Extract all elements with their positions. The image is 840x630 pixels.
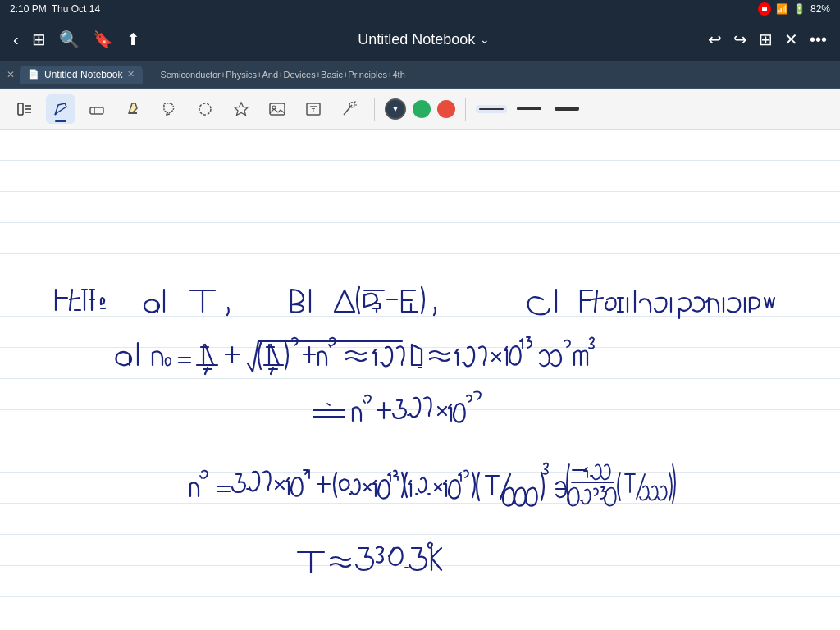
svg-line-17 — [354, 101, 356, 103]
grid-view-button[interactable]: ⊞ — [32, 30, 46, 49]
svg-rect-0 — [18, 103, 23, 115]
dropdown-chevron[interactable]: ⌄ — [480, 33, 490, 46]
tab-bar: ✕ 📄 Untitled Notebook ✕ Semiconductor+Ph… — [0, 61, 840, 89]
color-red-button[interactable] — [437, 100, 455, 118]
tab-label-2: Semiconductor+Physics+And+Devices+Basic+… — [160, 70, 404, 80]
global-close-button[interactable]: ✕ — [7, 69, 15, 80]
status-right: ⏺ 📶 🔋 82% — [758, 2, 830, 16]
status-left: 2:10 PM Thu Oct 14 — [10, 3, 100, 15]
svg-rect-8 — [270, 103, 285, 115]
highlighter-tool-button[interactable] — [118, 94, 148, 124]
star-tool-button[interactable] — [226, 94, 256, 124]
lined-paper: .hw { fill: none; stroke: #1a237e; strok… — [0, 130, 840, 630]
date: Thu Oct 14 — [52, 3, 100, 15]
bookmark-button[interactable]: 🔖 — [93, 30, 113, 49]
redo-button[interactable]: ↪ — [733, 30, 747, 49]
svg-point-6 — [199, 103, 211, 115]
pen-tool-button[interactable] — [46, 94, 75, 124]
back-button[interactable]: ‹ — [13, 30, 19, 49]
undo-button[interactable]: ↩ — [708, 30, 722, 49]
color-green-button[interactable] — [413, 100, 431, 118]
laser-pointer-button[interactable] — [335, 94, 364, 124]
shape-tool-button[interactable] — [190, 94, 220, 124]
line-medium-button[interactable] — [514, 104, 545, 113]
tab-untitled-notebook[interactable]: 📄 Untitled Notebook ✕ — [20, 66, 143, 84]
eraser-tool-button[interactable] — [82, 94, 112, 124]
image-tool-button[interactable] — [262, 94, 292, 124]
page-options-button[interactable]: ⊞ — [759, 30, 773, 49]
svg-text:T: T — [312, 107, 316, 113]
close-button[interactable]: ✕ — [784, 30, 798, 49]
time: 2:10 PM — [10, 3, 47, 15]
svg-marker-7 — [235, 103, 248, 116]
line-thin-button[interactable] — [476, 105, 507, 113]
battery-percent: 82% — [810, 3, 830, 15]
handwriting-content: .hw { fill: none; stroke: #1a237e; strok… — [0, 130, 840, 630]
color-selector[interactable]: ▼ — [385, 98, 406, 120]
nav-center: Untitled Notebook ⌄ — [358, 31, 490, 48]
search-button[interactable]: 🔍 — [59, 30, 80, 49]
svg-rect-4 — [90, 107, 103, 114]
status-bar: 2:10 PM Thu Oct 14 ⏺ 📶 🔋 82% — [0, 0, 840, 18]
tab-icon: 📄 — [28, 69, 39, 80]
nav-left: ‹ ⊞ 🔍 🔖 ⬆ — [13, 30, 140, 49]
tab-label-1: Untitled Notebook — [44, 69, 122, 80]
svg-line-13 — [344, 105, 352, 115]
more-options-button[interactable]: ••• — [810, 30, 827, 49]
record-indicator: ⏺ — [758, 2, 771, 16]
toolbar-separator-1 — [374, 98, 375, 121]
toolbar-separator-2 — [465, 98, 466, 121]
wifi-icon: 📶 — [776, 3, 788, 15]
sidebar-toggle-button[interactable] — [10, 94, 39, 124]
notebook-title: Untitled Notebook — [358, 31, 475, 48]
battery-icon: 🔋 — [793, 3, 806, 15]
nav-right: ↩ ↪ ⊞ ✕ ••• — [708, 30, 827, 49]
notebook-area[interactable]: .hw { fill: none; stroke: #1a237e; strok… — [0, 130, 840, 630]
line-thick-button[interactable] — [551, 103, 582, 114]
toolbar: T ▼ — [0, 89, 840, 130]
lasso-tool-button[interactable] — [154, 94, 184, 124]
tab-close-1[interactable]: ✕ — [127, 69, 135, 80]
text-tool-button[interactable]: T — [299, 94, 328, 124]
nav-bar: ‹ ⊞ 🔍 🔖 ⬆ Untitled Notebook ⌄ ↩ ↪ ⊞ ✕ ••… — [0, 18, 840, 61]
share-button[interactable]: ⬆ — [126, 30, 140, 49]
tab-divider — [148, 66, 148, 83]
tab-secondary[interactable]: Semiconductor+Physics+And+Devices+Basic+… — [153, 66, 411, 83]
